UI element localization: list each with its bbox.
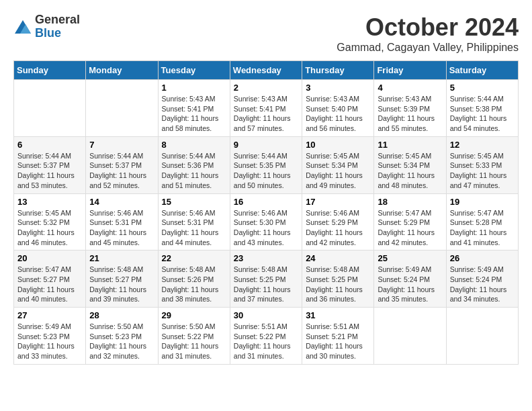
day-info: Sunrise: 5:46 AM Sunset: 5:31 PM Dayligh… [162,208,226,248]
day-cell: 8Sunrise: 5:44 AM Sunset: 5:36 PM Daylig… [158,136,230,193]
week-row-2: 6Sunrise: 5:44 AM Sunset: 5:37 PM Daylig… [14,136,519,193]
day-info: Sunrise: 5:44 AM Sunset: 5:36 PM Dayligh… [162,151,226,191]
day-cell: 20Sunrise: 5:47 AM Sunset: 5:27 PM Dayli… [14,250,86,308]
day-cell: 13Sunrise: 5:45 AM Sunset: 5:32 PM Dayli… [14,193,86,250]
day-number: 13 [17,197,82,207]
day-info: Sunrise: 5:46 AM Sunset: 5:31 PM Dayligh… [89,208,154,248]
day-info: Sunrise: 5:43 AM Sunset: 5:41 PM Dayligh… [162,94,226,134]
header-thursday: Thursday [302,61,374,80]
day-info: Sunrise: 5:44 AM Sunset: 5:35 PM Dayligh… [234,151,298,191]
day-info: Sunrise: 5:49 AM Sunset: 5:24 PM Dayligh… [378,265,442,304]
day-info: Sunrise: 5:44 AM Sunset: 5:37 PM Dayligh… [89,151,154,191]
header-tuesday: Tuesday [158,61,230,80]
day-cell: 5Sunrise: 5:44 AM Sunset: 5:38 PM Daylig… [446,80,518,137]
day-cell: 1Sunrise: 5:43 AM Sunset: 5:41 PM Daylig… [158,80,230,137]
day-number: 24 [306,253,370,263]
day-number: 6 [17,140,82,150]
day-info: Sunrise: 5:44 AM Sunset: 5:37 PM Dayligh… [17,151,82,191]
day-info: Sunrise: 5:45 AM Sunset: 5:34 PM Dayligh… [306,151,370,191]
day-cell: 23Sunrise: 5:48 AM Sunset: 5:25 PM Dayli… [230,250,302,308]
header-friday: Friday [374,61,446,80]
day-info: Sunrise: 5:46 AM Sunset: 5:29 PM Dayligh… [306,208,370,248]
day-cell: 27Sunrise: 5:49 AM Sunset: 5:23 PM Dayli… [14,308,86,365]
calendar-header-row: Sunday Monday Tuesday Wednesday Thursday… [14,61,519,80]
day-cell: 28Sunrise: 5:50 AM Sunset: 5:23 PM Dayli… [86,308,158,365]
week-row-4: 20Sunrise: 5:47 AM Sunset: 5:27 PM Dayli… [14,250,519,308]
logo: General Blue [13,13,80,40]
day-info: Sunrise: 5:48 AM Sunset: 5:27 PM Dayligh… [89,265,154,304]
day-number: 12 [450,140,515,150]
day-number: 7 [89,140,154,150]
day-number: 28 [89,310,154,320]
day-info: Sunrise: 5:51 AM Sunset: 5:21 PM Dayligh… [306,322,370,361]
day-cell: 16Sunrise: 5:46 AM Sunset: 5:30 PM Dayli… [230,193,302,250]
day-cell: 12Sunrise: 5:45 AM Sunset: 5:33 PM Dayli… [446,136,518,193]
day-number: 22 [162,253,226,263]
day-number: 14 [89,197,154,207]
header-monday: Monday [86,61,158,80]
day-cell: 7Sunrise: 5:44 AM Sunset: 5:37 PM Daylig… [86,136,158,193]
day-cell: 3Sunrise: 5:43 AM Sunset: 5:40 PM Daylig… [302,80,374,137]
day-number: 5 [450,83,515,93]
day-cell: 9Sunrise: 5:44 AM Sunset: 5:35 PM Daylig… [230,136,302,193]
day-cell: 19Sunrise: 5:47 AM Sunset: 5:28 PM Dayli… [446,193,518,250]
header-saturday: Saturday [446,61,518,80]
day-info: Sunrise: 5:48 AM Sunset: 5:26 PM Dayligh… [162,265,226,304]
page-header: General Blue October 2024 Gammad, Cagaya… [13,13,519,54]
logo-blue: Blue [35,27,80,40]
day-number: 2 [234,83,298,93]
day-cell [86,80,158,137]
day-number: 23 [234,253,298,263]
day-cell: 4Sunrise: 5:43 AM Sunset: 5:39 PM Daylig… [374,80,446,137]
day-cell [374,308,446,365]
day-info: Sunrise: 5:43 AM Sunset: 5:39 PM Dayligh… [378,94,442,134]
day-number: 8 [162,140,226,150]
logo-text: General Blue [35,13,80,40]
header-sunday: Sunday [14,61,86,80]
day-cell: 25Sunrise: 5:49 AM Sunset: 5:24 PM Dayli… [374,250,446,308]
day-cell: 22Sunrise: 5:48 AM Sunset: 5:26 PM Dayli… [158,250,230,308]
day-cell: 17Sunrise: 5:46 AM Sunset: 5:29 PM Dayli… [302,193,374,250]
day-cell [446,308,518,365]
day-number: 1 [162,83,226,93]
day-cell: 2Sunrise: 5:43 AM Sunset: 5:41 PM Daylig… [230,80,302,137]
day-number: 30 [234,310,298,320]
day-info: Sunrise: 5:50 AM Sunset: 5:22 PM Dayligh… [162,322,226,361]
location-subtitle: Gammad, Cagayan Valley, Philippines [337,42,519,54]
week-row-1: 1Sunrise: 5:43 AM Sunset: 5:41 PM Daylig… [14,80,519,137]
day-number: 11 [378,140,442,150]
day-info: Sunrise: 5:45 AM Sunset: 5:34 PM Dayligh… [378,151,442,191]
week-row-5: 27Sunrise: 5:49 AM Sunset: 5:23 PM Dayli… [14,308,519,365]
day-cell: 6Sunrise: 5:44 AM Sunset: 5:37 PM Daylig… [14,136,86,193]
day-number: 20 [17,253,82,263]
day-info: Sunrise: 5:45 AM Sunset: 5:33 PM Dayligh… [450,151,515,191]
day-info: Sunrise: 5:49 AM Sunset: 5:23 PM Dayligh… [17,322,82,361]
month-title: October 2024 [337,13,519,42]
day-info: Sunrise: 5:43 AM Sunset: 5:40 PM Dayligh… [306,94,370,134]
calendar-table: Sunday Monday Tuesday Wednesday Thursday… [13,60,519,365]
day-cell: 11Sunrise: 5:45 AM Sunset: 5:34 PM Dayli… [374,136,446,193]
day-number: 18 [378,197,442,207]
day-number: 29 [162,310,226,320]
day-cell: 10Sunrise: 5:45 AM Sunset: 5:34 PM Dayli… [302,136,374,193]
day-number: 10 [306,140,370,150]
day-info: Sunrise: 5:46 AM Sunset: 5:30 PM Dayligh… [234,208,298,248]
week-row-3: 13Sunrise: 5:45 AM Sunset: 5:32 PM Dayli… [14,193,519,250]
day-number: 26 [450,253,515,263]
day-cell: 26Sunrise: 5:49 AM Sunset: 5:24 PM Dayli… [446,250,518,308]
day-info: Sunrise: 5:48 AM Sunset: 5:25 PM Dayligh… [234,265,298,304]
day-cell: 29Sunrise: 5:50 AM Sunset: 5:22 PM Dayli… [158,308,230,365]
day-info: Sunrise: 5:51 AM Sunset: 5:22 PM Dayligh… [234,322,298,361]
logo-general: General [35,13,80,27]
day-cell: 21Sunrise: 5:48 AM Sunset: 5:27 PM Dayli… [86,250,158,308]
day-number: 31 [306,310,370,320]
day-info: Sunrise: 5:45 AM Sunset: 5:32 PM Dayligh… [17,208,82,248]
day-cell [14,80,86,137]
day-number: 25 [378,253,442,263]
day-number: 21 [89,253,154,263]
day-number: 15 [162,197,226,207]
day-info: Sunrise: 5:49 AM Sunset: 5:24 PM Dayligh… [450,265,515,304]
day-info: Sunrise: 5:47 AM Sunset: 5:29 PM Dayligh… [378,208,442,248]
day-info: Sunrise: 5:47 AM Sunset: 5:28 PM Dayligh… [450,208,515,248]
logo-icon [13,17,32,36]
